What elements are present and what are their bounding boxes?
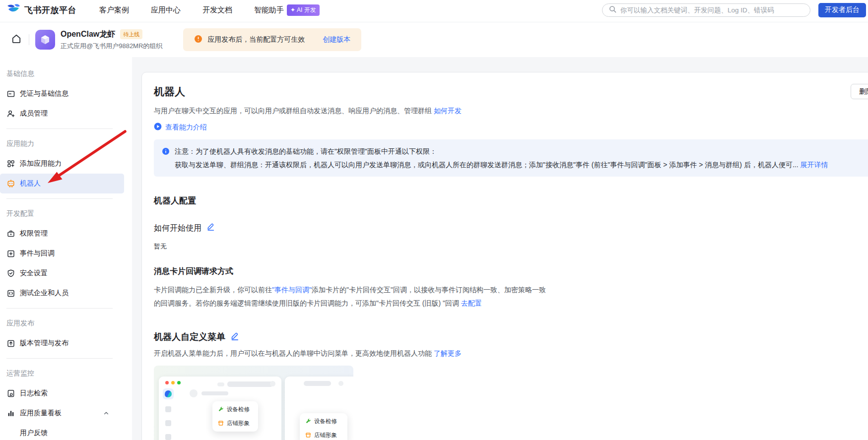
edit-pencil-icon[interactable] [230,331,239,342]
bot-menu-popup: 设备检修 店铺形象 [300,413,347,440]
bot-menu-popup: 设备检修 店铺形象 [212,401,258,432]
chevron-up-icon[interactable] [103,410,109,416]
divider [29,34,29,45]
log-search-icon [6,389,15,398]
info-icon [162,147,170,155]
sidebar-item-members[interactable]: 成员管理 [0,104,124,124]
sidebar-item-add-capability[interactable]: 添加应用能力 [0,154,124,174]
sidebar-item-security[interactable]: 安全设置 [0,263,124,283]
go-configure-link[interactable]: 去配置 [461,299,482,307]
sidebar-item-user-feedback[interactable]: 用户反馈 [0,423,124,440]
sidebar-group-monitoring: 运营监控 [0,364,132,383]
sidebar-item-permissions[interactable]: 权限管理 [0,224,124,244]
robot-icon [6,179,15,188]
nav-links: 客户案例 应用中心 开发文档 智能助手 ✦ AI 开发 [99,4,320,16]
how-to-develop-link[interactable]: 如何开发 [434,107,462,115]
publish-notice-text: 应用发布后，当前配置方可生效 [207,35,305,44]
learn-more-link[interactable]: 了解更多 [434,349,462,357]
ai-dev-badge[interactable]: ✦ AI 开发 [287,4,320,16]
event-callback-icon [6,249,15,258]
expand-details-link[interactable]: 展开详情 [800,159,828,171]
brand[interactable]: 飞书开放平台 [7,3,76,17]
cube-icon [39,34,51,46]
search-icon [609,5,616,15]
wrench-icon [305,418,311,425]
home-button[interactable] [9,32,24,47]
sidebar-divider [0,353,132,364]
storefront-icon [218,420,224,427]
sidebar-item-log-search[interactable]: 日志检索 [0,383,124,403]
bot-config-heading: 机器人配置 [154,194,868,207]
sidebar-item-events[interactable]: 事件与回调 [0,244,124,263]
capability-intro-link[interactable]: 查看能力介绍 [165,123,207,132]
page-title: 机器人 [154,84,868,99]
sidebar-group-dev-config: 开发配置 [0,204,132,224]
sidebar-item-test-org[interactable]: 测试企业和人员 [0,283,124,303]
content-region: 基础信息 凭证与基础信息 成员管理 应用能力 添加应用能力 [0,57,868,440]
sidebar-item-bot[interactable]: 机器人 [0,174,124,193]
preview-window-mobile: 设备检修 店铺形象 [285,377,353,440]
event-callback-link[interactable]: "事件与回调" [272,286,312,294]
edit-pencil-icon[interactable] [206,222,215,234]
feishu-logo-icon [7,3,20,17]
app-name: OpenClaw龙虾 [61,29,115,40]
publish-notice: 应用发布后，当前配置方可生效 创建版本 [183,28,361,51]
top-nav: 飞书开放平台 客户案例 应用中心 开发文档 智能助手 ✦ AI 开发 [0,0,868,20]
bar-chart-icon [6,409,15,418]
warning-icon [194,35,202,45]
sidebar-item-quality-board[interactable]: 应用质量看板 [0,403,124,423]
nav-item-ai-assistant[interactable]: 智能助手 [254,5,284,15]
sidebar-item-version-release[interactable]: 版本管理与发布 [0,333,124,353]
add-capability-icon [6,159,15,168]
nav-item-cases[interactable]: 客户案例 [99,5,129,15]
create-version-link[interactable]: 创建版本 [323,35,350,44]
how-to-start-label: 如何开始使用 [154,222,201,234]
delete-bot-button[interactable]: 删除 [851,84,868,99]
notice-line-1: 注意：为了使机器人具有收发消息的基础功能，请在"权限管理"面板中开通以下权限： [162,145,868,157]
nav-item-app-center[interactable]: 应用中心 [151,5,181,15]
permission-notice: 注意：为了使机器人具有收发消息的基础功能，请在"权限管理"面板中开通以下权限： … [154,139,868,177]
home-icon [11,33,22,46]
card-callback-paragraph: 卡片回调能力已全新升级，你可以前往"事件与回调"添加卡片的"卡片回传交互"回调，… [154,283,868,310]
capability-intro-row[interactable]: 查看能力介绍 [154,123,868,132]
sidebar-divider [0,124,132,134]
how-to-start-row: 如何开始使用 [154,222,868,234]
app-header: OpenClaw龙虾 待上线 正式应用@飞书用户9882MR的组织 应用发布后，… [0,22,868,57]
status-badge: 待上线 [120,29,142,39]
permission-icon [6,229,15,238]
mini-app-logo [163,388,174,399]
sparkle-icon: ✦ [290,6,295,13]
window-traffic-lights [165,381,181,384]
menu-item-device-repair: 设备检修 [218,406,253,413]
sidebar-group-capabilities: 应用能力 [0,134,132,154]
menu-item-store-image: 店铺形象 [218,420,253,427]
main-panel: 删除 机器人 与用户在聊天中交互的应用，可以向用户或群组自动发送消息、响应用户的… [141,72,868,440]
code-icon [6,289,15,298]
developer-console-button[interactable]: 开发者后台 [818,3,866,17]
custom-menu-heading: 机器人自定义菜单 [154,330,225,344]
menu-item-store-image: 店铺形象 [305,432,342,439]
member-add-icon [6,109,15,118]
bot-description: 与用户在聊天中交互的应用，可以向用户或群组自动发送消息、响应用户的消息、管理群组… [154,105,868,116]
sidebar-divider [0,303,132,314]
sidebar-group-release: 应用发布 [0,314,132,333]
app-icon [35,30,55,50]
wrench-icon [218,406,224,413]
page: 飞书开放平台 客户案例 应用中心 开发文档 智能助手 ✦ AI 开发 [0,0,868,440]
sidebar-divider [0,193,132,204]
global-search[interactable] [602,3,810,17]
search-input[interactable] [620,6,803,14]
custom-menu-description: 开启机器人菜单能力后，用户可以在与机器人的单聊中访问菜单，更高效地使用机器人功能… [154,348,868,359]
preview-window-desktop: 设备检修 店铺形象 [159,377,281,440]
storefront-icon [305,432,311,439]
notice-line-2: 获取与发送单聊、群组消息：开通该权限后，机器人可以向用户发送单聊消息，或向机器人… [162,159,868,171]
menu-preview-panel: 设备检修 店铺形象 [154,366,353,440]
play-circle-icon [154,123,162,132]
nav-item-docs[interactable]: 开发文档 [202,5,232,15]
sidebar-group-basic-info: 基础信息 [0,64,132,84]
upload-icon [6,339,15,348]
sidebar-item-credentials[interactable]: 凭证与基础信息 [0,84,124,104]
card-callback-heading: 消息卡片回调请求方式 [154,265,868,277]
credential-icon [6,89,15,98]
org-line: 正式应用@飞书用户9882MR的组织 [61,42,162,51]
